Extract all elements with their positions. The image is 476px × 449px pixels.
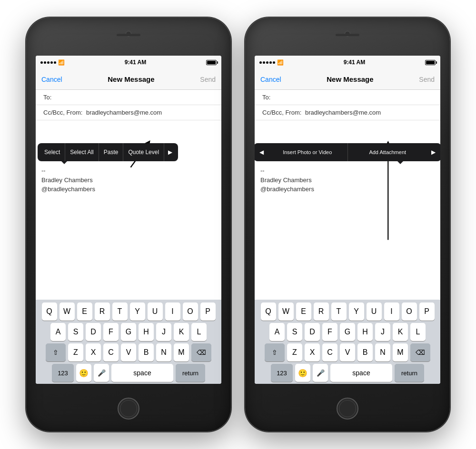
key-w2[interactable]: W [278, 303, 294, 321]
add-attachment-btn[interactable]: Add Attachment [348, 143, 428, 161]
key-k2[interactable]: K [393, 323, 408, 341]
key-space[interactable]: space [111, 364, 173, 382]
compose-area-1[interactable]: Select Select All Paste Quote Level ▶ --… [36, 120, 221, 300]
key-h2[interactable]: H [357, 323, 373, 341]
status-bar-2: 📶 9:41 AM [255, 56, 440, 69]
key-f[interactable]: F [103, 323, 119, 341]
key-shift[interactable]: ⇧ [46, 343, 66, 361]
key-f2[interactable]: F [322, 323, 337, 341]
home-button-2[interactable] [337, 398, 358, 420]
key-return2[interactable]: return [395, 364, 424, 382]
key-s[interactable]: S [68, 323, 83, 341]
key-emoji2[interactable]: 🙂 [295, 364, 310, 382]
key-shift2[interactable]: ⇧ [265, 343, 285, 361]
cancel-button-1[interactable]: Cancel [41, 76, 62, 83]
key-k[interactable]: K [174, 323, 189, 341]
key-n2[interactable]: N [375, 343, 390, 361]
key-row-1: Q W E R T Y U I O P [38, 303, 219, 321]
key-delete2[interactable]: ⌫ [410, 343, 430, 361]
key-space2[interactable]: space [330, 364, 392, 382]
status-right-1 [206, 60, 217, 65]
key-delete[interactable]: ⌫ [191, 343, 211, 361]
key-n[interactable]: N [156, 343, 171, 361]
key-d[interactable]: D [86, 323, 101, 341]
key-u2[interactable]: U [367, 303, 382, 321]
key-b2[interactable]: B [357, 343, 373, 361]
key-r2[interactable]: R [314, 303, 329, 321]
key-u[interactable]: U [148, 303, 163, 321]
key-x[interactable]: X [86, 343, 101, 361]
key-i[interactable]: I [165, 303, 180, 321]
insert-photo-btn[interactable]: Insert Photo or Video [268, 143, 348, 161]
menu-arrow-right-btn[interactable]: ▶ [427, 143, 439, 161]
key-w[interactable]: W [60, 303, 75, 321]
key-t[interactable]: T [112, 303, 128, 321]
key-e[interactable]: E [77, 303, 92, 321]
home-button-1[interactable] [118, 398, 139, 420]
key-m2[interactable]: M [393, 343, 408, 361]
key-v[interactable]: V [121, 343, 136, 361]
key-a2[interactable]: A [269, 323, 285, 341]
key-j[interactable]: J [156, 323, 171, 341]
key-c2[interactable]: C [322, 343, 337, 361]
key-p[interactable]: P [200, 303, 216, 321]
key-row-3: ⇧ Z X C V B N M ⌫ [38, 343, 219, 361]
key-t2[interactable]: T [331, 303, 347, 321]
key-s2[interactable]: S [287, 323, 302, 341]
key-p2[interactable]: P [419, 303, 435, 321]
key-q2[interactable]: Q [261, 303, 276, 321]
key-y2[interactable]: Y [349, 303, 364, 321]
menu-arrow-left-btn[interactable]: ◀ [256, 143, 268, 161]
key-123[interactable]: 123 [52, 364, 74, 382]
quote-level-btn[interactable]: Quote Level [123, 143, 164, 161]
send-button-2[interactable]: Send [419, 76, 435, 83]
key-z[interactable]: Z [68, 343, 83, 361]
key-x2[interactable]: X [305, 343, 320, 361]
status-left-1: 📶 [40, 59, 65, 66]
send-button-1[interactable]: Send [200, 76, 216, 83]
key-o[interactable]: O [183, 303, 198, 321]
phone-body-2: 📶 9:41 AM Cancel New Message Send To: [245, 18, 450, 431]
key-i2[interactable]: I [384, 303, 399, 321]
key-mic2[interactable]: 🎤 [313, 364, 328, 382]
key-l[interactable]: L [191, 323, 207, 341]
phone-screen-1: 📶 9:41 AM Cancel New Message Send To: [36, 56, 221, 384]
key-b[interactable]: B [139, 343, 154, 361]
to-row-2[interactable]: To: [255, 90, 440, 105]
from-row-2[interactable]: Cc/Bcc, From: bradleychambers@me.com [255, 105, 440, 120]
from-row-1[interactable]: Cc/Bcc, From: bradleychambers@me.com [36, 105, 221, 120]
key-return[interactable]: return [176, 364, 205, 382]
key-e2[interactable]: E [296, 303, 311, 321]
menu-arrow-btn[interactable]: ▶ [164, 143, 176, 161]
select-all-btn[interactable]: Select All [65, 143, 99, 161]
key-h[interactable]: H [139, 323, 154, 341]
keyboard-1: Q W E R T Y U I O P A S D F G H [36, 300, 221, 384]
key-j2[interactable]: J [375, 323, 390, 341]
compose-area-2[interactable]: ◀ Insert Photo or Video Add Attachment ▶… [255, 120, 440, 300]
key-l2[interactable]: L [410, 323, 426, 341]
signature-1: -- Bradley Chambers @bradleychambers [41, 166, 216, 194]
wifi-icon-1: 📶 [58, 59, 65, 66]
key-m[interactable]: M [174, 343, 189, 361]
key-g2[interactable]: G [340, 323, 355, 341]
key-c[interactable]: C [103, 343, 119, 361]
key-o2[interactable]: O [402, 303, 417, 321]
cancel-button-2[interactable]: Cancel [260, 76, 281, 83]
key-q[interactable]: Q [42, 303, 57, 321]
from-email-1: bradleychambers@me.com [86, 109, 162, 116]
status-right-2 [425, 60, 436, 65]
key-a[interactable]: A [50, 323, 66, 341]
key-mic[interactable]: 🎤 [94, 364, 109, 382]
key-emoji[interactable]: 🙂 [76, 364, 91, 382]
key-d2[interactable]: D [305, 323, 320, 341]
key-r[interactable]: R [95, 303, 110, 321]
key-123-2[interactable]: 123 [271, 364, 293, 382]
signal-2 [259, 61, 275, 64]
key-v2[interactable]: V [340, 343, 355, 361]
key-z2[interactable]: Z [287, 343, 302, 361]
to-row-1[interactable]: To: [36, 90, 221, 105]
select-btn[interactable]: Select [40, 143, 65, 161]
key-y[interactable]: Y [130, 303, 145, 321]
paste-btn[interactable]: Paste [99, 143, 124, 161]
key-g[interactable]: G [121, 323, 136, 341]
